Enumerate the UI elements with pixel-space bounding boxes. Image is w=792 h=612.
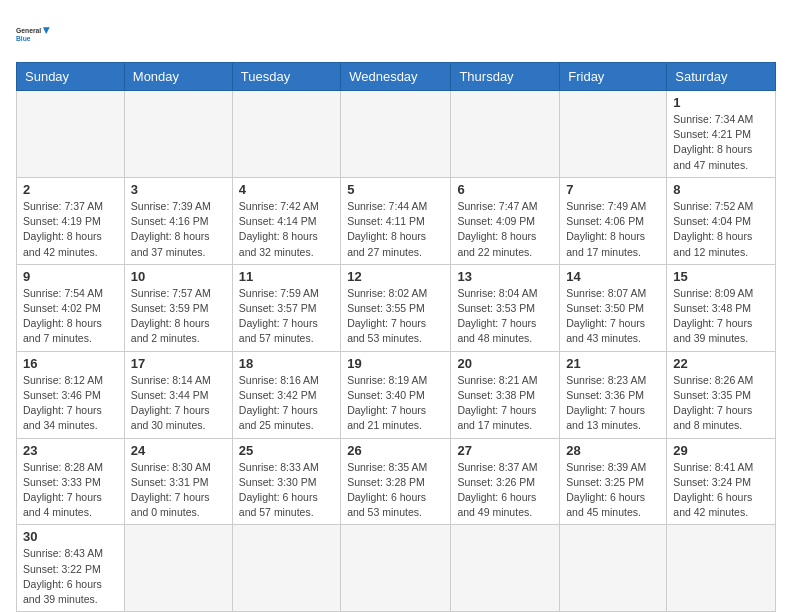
calendar-cell: 30Sunrise: 8:43 AM Sunset: 3:22 PM Dayli…: [17, 525, 125, 612]
weekday-header-saturday: Saturday: [667, 63, 776, 91]
day-info: Sunrise: 8:02 AM Sunset: 3:55 PM Dayligh…: [347, 286, 444, 347]
day-number: 20: [457, 356, 553, 371]
day-info: Sunrise: 8:12 AM Sunset: 3:46 PM Dayligh…: [23, 373, 118, 434]
day-number: 6: [457, 182, 553, 197]
calendar-cell: [341, 91, 451, 178]
day-info: Sunrise: 8:30 AM Sunset: 3:31 PM Dayligh…: [131, 460, 226, 521]
day-number: 9: [23, 269, 118, 284]
calendar-cell: [341, 525, 451, 612]
calendar-cell: 18Sunrise: 8:16 AM Sunset: 3:42 PM Dayli…: [232, 351, 340, 438]
day-number: 5: [347, 182, 444, 197]
calendar-cell: 26Sunrise: 8:35 AM Sunset: 3:28 PM Dayli…: [341, 438, 451, 525]
day-number: 16: [23, 356, 118, 371]
day-info: Sunrise: 8:28 AM Sunset: 3:33 PM Dayligh…: [23, 460, 118, 521]
day-info: Sunrise: 7:44 AM Sunset: 4:11 PM Dayligh…: [347, 199, 444, 260]
day-info: Sunrise: 7:47 AM Sunset: 4:09 PM Dayligh…: [457, 199, 553, 260]
day-number: 23: [23, 443, 118, 458]
day-number: 7: [566, 182, 660, 197]
calendar-cell: [560, 91, 667, 178]
day-number: 22: [673, 356, 769, 371]
day-number: 29: [673, 443, 769, 458]
day-info: Sunrise: 7:54 AM Sunset: 4:02 PM Dayligh…: [23, 286, 118, 347]
day-number: 24: [131, 443, 226, 458]
calendar-cell: [17, 91, 125, 178]
calendar-cell: [232, 91, 340, 178]
day-info: Sunrise: 8:41 AM Sunset: 3:24 PM Dayligh…: [673, 460, 769, 521]
weekday-header-wednesday: Wednesday: [341, 63, 451, 91]
calendar-cell: 11Sunrise: 7:59 AM Sunset: 3:57 PM Dayli…: [232, 264, 340, 351]
logo-icon: GeneralBlue: [16, 16, 52, 52]
calendar-cell: 25Sunrise: 8:33 AM Sunset: 3:30 PM Dayli…: [232, 438, 340, 525]
weekday-header-row: SundayMondayTuesdayWednesdayThursdayFrid…: [17, 63, 776, 91]
calendar-cell: 21Sunrise: 8:23 AM Sunset: 3:36 PM Dayli…: [560, 351, 667, 438]
weekday-header-friday: Friday: [560, 63, 667, 91]
week-row-3: 9Sunrise: 7:54 AM Sunset: 4:02 PM Daylig…: [17, 264, 776, 351]
day-info: Sunrise: 8:35 AM Sunset: 3:28 PM Dayligh…: [347, 460, 444, 521]
day-info: Sunrise: 8:04 AM Sunset: 3:53 PM Dayligh…: [457, 286, 553, 347]
day-number: 18: [239, 356, 334, 371]
calendar-cell: 5Sunrise: 7:44 AM Sunset: 4:11 PM Daylig…: [341, 177, 451, 264]
calendar-cell: 3Sunrise: 7:39 AM Sunset: 4:16 PM Daylig…: [124, 177, 232, 264]
day-info: Sunrise: 7:49 AM Sunset: 4:06 PM Dayligh…: [566, 199, 660, 260]
day-info: Sunrise: 7:42 AM Sunset: 4:14 PM Dayligh…: [239, 199, 334, 260]
calendar-cell: 12Sunrise: 8:02 AM Sunset: 3:55 PM Dayli…: [341, 264, 451, 351]
day-number: 2: [23, 182, 118, 197]
day-info: Sunrise: 8:09 AM Sunset: 3:48 PM Dayligh…: [673, 286, 769, 347]
week-row-4: 16Sunrise: 8:12 AM Sunset: 3:46 PM Dayli…: [17, 351, 776, 438]
day-info: Sunrise: 8:16 AM Sunset: 3:42 PM Dayligh…: [239, 373, 334, 434]
day-info: Sunrise: 8:39 AM Sunset: 3:25 PM Dayligh…: [566, 460, 660, 521]
calendar-cell: 27Sunrise: 8:37 AM Sunset: 3:26 PM Dayli…: [451, 438, 560, 525]
day-number: 21: [566, 356, 660, 371]
calendar-cell: 20Sunrise: 8:21 AM Sunset: 3:38 PM Dayli…: [451, 351, 560, 438]
weekday-header-sunday: Sunday: [17, 63, 125, 91]
day-number: 30: [23, 529, 118, 544]
calendar-cell: [124, 525, 232, 612]
day-info: Sunrise: 8:21 AM Sunset: 3:38 PM Dayligh…: [457, 373, 553, 434]
day-number: 28: [566, 443, 660, 458]
calendar-cell: 10Sunrise: 7:57 AM Sunset: 3:59 PM Dayli…: [124, 264, 232, 351]
day-number: 27: [457, 443, 553, 458]
calendar-cell: 9Sunrise: 7:54 AM Sunset: 4:02 PM Daylig…: [17, 264, 125, 351]
week-row-2: 2Sunrise: 7:37 AM Sunset: 4:19 PM Daylig…: [17, 177, 776, 264]
week-row-6: 30Sunrise: 8:43 AM Sunset: 3:22 PM Dayli…: [17, 525, 776, 612]
day-info: Sunrise: 7:52 AM Sunset: 4:04 PM Dayligh…: [673, 199, 769, 260]
day-number: 26: [347, 443, 444, 458]
day-info: Sunrise: 7:34 AM Sunset: 4:21 PM Dayligh…: [673, 112, 769, 173]
calendar-cell: 14Sunrise: 8:07 AM Sunset: 3:50 PM Dayli…: [560, 264, 667, 351]
logo: GeneralBlue: [16, 16, 52, 52]
day-info: Sunrise: 8:19 AM Sunset: 3:40 PM Dayligh…: [347, 373, 444, 434]
day-number: 8: [673, 182, 769, 197]
calendar-cell: 8Sunrise: 7:52 AM Sunset: 4:04 PM Daylig…: [667, 177, 776, 264]
calendar-cell: 2Sunrise: 7:37 AM Sunset: 4:19 PM Daylig…: [17, 177, 125, 264]
calendar-cell: 19Sunrise: 8:19 AM Sunset: 3:40 PM Dayli…: [341, 351, 451, 438]
calendar-cell: 28Sunrise: 8:39 AM Sunset: 3:25 PM Dayli…: [560, 438, 667, 525]
day-info: Sunrise: 8:07 AM Sunset: 3:50 PM Dayligh…: [566, 286, 660, 347]
day-info: Sunrise: 8:37 AM Sunset: 3:26 PM Dayligh…: [457, 460, 553, 521]
week-row-5: 23Sunrise: 8:28 AM Sunset: 3:33 PM Dayli…: [17, 438, 776, 525]
calendar-cell: [667, 525, 776, 612]
calendar-cell: [232, 525, 340, 612]
calendar-cell: 15Sunrise: 8:09 AM Sunset: 3:48 PM Dayli…: [667, 264, 776, 351]
calendar-cell: 1Sunrise: 7:34 AM Sunset: 4:21 PM Daylig…: [667, 91, 776, 178]
calendar-cell: [124, 91, 232, 178]
weekday-header-tuesday: Tuesday: [232, 63, 340, 91]
svg-text:Blue: Blue: [16, 35, 31, 42]
day-info: Sunrise: 8:23 AM Sunset: 3:36 PM Dayligh…: [566, 373, 660, 434]
calendar-cell: 4Sunrise: 7:42 AM Sunset: 4:14 PM Daylig…: [232, 177, 340, 264]
calendar-cell: [451, 91, 560, 178]
day-number: 4: [239, 182, 334, 197]
day-number: 1: [673, 95, 769, 110]
calendar-cell: [451, 525, 560, 612]
calendar: SundayMondayTuesdayWednesdayThursdayFrid…: [16, 62, 776, 612]
calendar-cell: 29Sunrise: 8:41 AM Sunset: 3:24 PM Dayli…: [667, 438, 776, 525]
day-info: Sunrise: 7:59 AM Sunset: 3:57 PM Dayligh…: [239, 286, 334, 347]
day-number: 11: [239, 269, 334, 284]
day-number: 12: [347, 269, 444, 284]
calendar-cell: 24Sunrise: 8:30 AM Sunset: 3:31 PM Dayli…: [124, 438, 232, 525]
calendar-cell: 13Sunrise: 8:04 AM Sunset: 3:53 PM Dayli…: [451, 264, 560, 351]
day-info: Sunrise: 7:57 AM Sunset: 3:59 PM Dayligh…: [131, 286, 226, 347]
day-info: Sunrise: 7:37 AM Sunset: 4:19 PM Dayligh…: [23, 199, 118, 260]
weekday-header-monday: Monday: [124, 63, 232, 91]
day-number: 14: [566, 269, 660, 284]
day-number: 19: [347, 356, 444, 371]
